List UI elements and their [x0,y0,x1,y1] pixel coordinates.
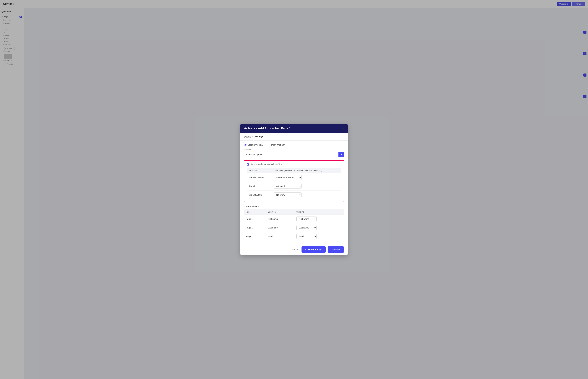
webinar-input-row: ▾ [244,152,344,157]
sync-crm-attended: Attended Yes True [272,182,341,191]
lookup-webinar-radio[interactable] [244,144,247,146]
store-answers-table: Page Question Store As Page 1 First name… [244,209,344,241]
modal-title: Actions - Add Action for: Page 1 [244,127,291,130]
store-row2-store-as: First Name Last Name Email Phone [295,223,344,232]
webinar-dropdown-button[interactable]: ▾ [338,152,344,157]
store-row3-store-as: First Name Last Name Email Phone [295,232,344,241]
store-row2-page: Page 1 [244,223,266,232]
update-button[interactable]: Update [328,246,344,253]
sync-section: Sync attendance status into CRM Send Fie… [244,160,344,202]
store-th-store-as: Store As [295,209,344,215]
table-row: Page 1 Email First Name Last Name Email … [244,232,344,241]
table-row: Page 1 Last name First Name Last Name Em… [244,223,344,232]
store-answers-section: Store Answers Page Question Store As Pag… [244,205,344,241]
no-show-select[interactable]: No Show Did Not Attend Absent [274,192,302,197]
store-th-question: Question [266,209,294,215]
table-row: Attended Attended Yes True [247,182,341,191]
store-row1-page: Page 1 [244,215,266,223]
step-details[interactable]: Details [244,135,251,138]
lookup-webinar-option[interactable]: Lookup Webinar [244,144,263,146]
dropdown-chevron-icon: ▾ [341,153,342,156]
modal-steps: Details › Settings [240,133,348,141]
modal-body: Lookup Webinar Input Webinar Webinar ▾ [240,141,348,244]
store-row1-store-as: First Name Last Name Email Phone [295,215,344,223]
sync-send-attended: Attended [247,182,272,191]
webinar-input[interactable] [244,152,337,157]
first-name-select[interactable]: First Name Last Name Email Phone [296,217,317,221]
modal-dialog: Actions - Add Action for: Page 1 × Detai… [240,124,348,255]
input-webinar-radio[interactable] [268,144,270,146]
input-webinar-option[interactable]: Input Webinar [268,144,285,146]
sync-checkbox[interactable] [247,163,249,166]
webinar-field-label: Webinar [244,149,344,151]
modal-footer: Cancel « Previous Step Update [240,244,348,255]
step-settings[interactable]: Settings [254,135,263,138]
store-row3-page: Page 1 [244,232,266,241]
sync-crm-no-show: No Show Did Not Attend Absent [272,191,341,199]
modal-header: Actions - Add Action for: Page 1 × [240,124,348,133]
table-row: Did Not Attend No Show Did Not Attend Ab… [247,191,341,199]
table-row: Attended Status Attendance Status Status… [247,173,341,182]
last-name-select[interactable]: First Name Last Name Email Phone [296,225,317,230]
sync-th-send-field: Send Field [247,168,272,173]
attendance-status-select[interactable]: Attendance Status Status Attended Flag [274,175,302,180]
previous-step-button[interactable]: « Previous Step [302,246,326,253]
lookup-webinar-label: Lookup Webinar [248,144,263,146]
store-row2-question: Last name [266,223,294,232]
sync-send-attended-status: Attended Status [247,173,272,182]
sync-table-header-row: Send Field CRM Field (Retrieved from Zoo… [247,168,341,173]
attended-select[interactable]: Attended Yes True [274,184,302,189]
sync-send-did-not-attend: Did Not Attend [247,191,272,199]
store-table-header-row: Page Question Store As [244,209,344,215]
sync-checkbox-label: Sync attendance status into CRM [251,163,282,166]
prev-step-label: Previous Step [307,248,322,251]
webinar-type-group: Lookup Webinar Input Webinar [244,144,344,146]
close-button[interactable]: × [342,127,344,130]
sync-table: Send Field CRM Field (Retrieved from Zoo… [247,168,341,199]
store-th-page: Page [244,209,266,215]
prev-icon: « [305,248,306,251]
sync-crm-attendance-status: Attendance Status Status Attended Flag [272,173,341,182]
store-row3-question: Email [266,232,294,241]
store-row1-question: First name [266,215,294,223]
input-webinar-label: Input Webinar [271,144,285,146]
store-answers-title: Store Answers [244,205,344,208]
cancel-button[interactable]: Cancel [289,247,300,252]
table-row: Page 1 First name First Name Last Name E… [244,215,344,223]
email-select[interactable]: First Name Last Name Email Phone [296,234,317,239]
sync-checkbox-row: Sync attendance status into CRM [247,163,341,166]
sync-th-crm-field: CRM Field (Retrieved from Zoom | Webinar… [272,168,341,173]
modal-overlay: Actions - Add Action for: Page 1 × Detai… [0,0,588,379]
step-chevron-icon: › [252,136,253,138]
